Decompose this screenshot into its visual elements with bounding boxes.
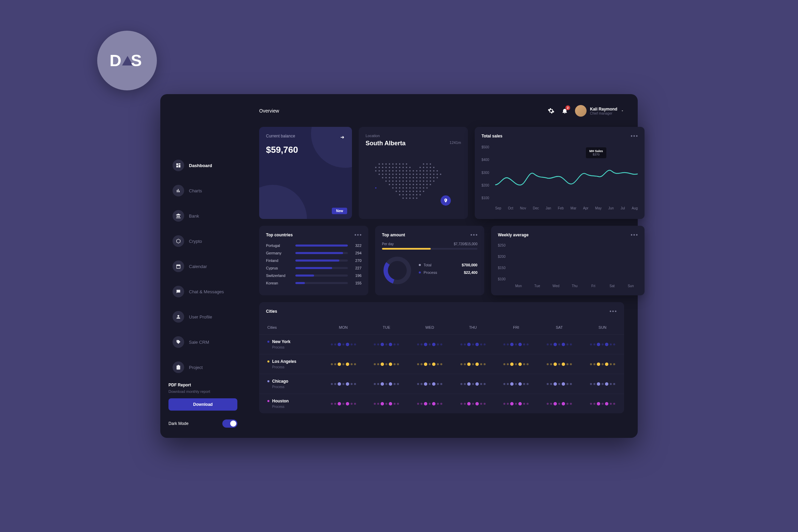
sidebar-item-crm[interactable]: Sale CRM [167, 332, 239, 352]
cube-icon [173, 235, 184, 247]
sidebar-item-label: Sale CRM [189, 340, 209, 345]
city-sub: Process [272, 405, 318, 409]
card-title: Cities [266, 309, 277, 314]
svg-point-95 [426, 180, 428, 182]
dark-mode-toggle[interactable] [222, 419, 237, 428]
sidebar-item-label: Bank [189, 213, 199, 219]
svg-point-45 [433, 170, 434, 172]
x-tick: May [595, 206, 602, 210]
svg-point-136 [416, 194, 417, 195]
svg-point-104 [409, 184, 411, 185]
svg-point-109 [426, 184, 428, 185]
sparkline-cell [538, 374, 581, 394]
sidebar-item-bank[interactable]: Bank [167, 206, 239, 226]
sparkline-cell [408, 335, 452, 354]
svg-point-120 [423, 187, 424, 189]
svg-point-129 [419, 191, 421, 192]
sales-line-chart: MH Sales $370 [495, 145, 638, 200]
country-bar [295, 275, 348, 277]
svg-point-84 [389, 180, 390, 182]
svg-point-122 [396, 191, 397, 192]
card-menu-icon[interactable]: ••• [470, 232, 478, 238]
sidebar-item-dashboard[interactable]: Dashboard [167, 156, 239, 175]
svg-point-11 [430, 163, 431, 165]
legend-process-value: $22,400 [464, 270, 477, 275]
sidebar-item-crypto[interactable]: Crypto [167, 231, 239, 251]
svg-point-88 [402, 180, 404, 182]
sidebar-item-calendar[interactable]: Calendar [167, 256, 239, 276]
svg-point-92 [416, 180, 417, 182]
svg-point-74 [409, 177, 411, 178]
table-header: TUE [365, 321, 408, 334]
country-value: 322 [351, 243, 361, 248]
svg-point-14 [382, 167, 383, 168]
svg-point-87 [399, 180, 400, 182]
y-tick: $150 [498, 266, 505, 270]
svg-point-2 [385, 163, 387, 165]
svg-point-50 [389, 174, 390, 175]
location-distance: 1241m [449, 141, 461, 145]
svg-point-66 [382, 177, 383, 178]
y-tick: $100 [498, 277, 505, 281]
country-bar [295, 260, 348, 262]
user-menu[interactable]: Kali Raymond Chief manager [575, 105, 624, 117]
svg-point-64 [437, 174, 438, 175]
card-weekly-average: Weekly average ••• $250 $200 $150 $100 M… [491, 226, 645, 295]
card-balance: Current balance ➜ $59,760 New [259, 127, 352, 219]
svg-point-126 [409, 191, 411, 192]
y-tick: $400 [482, 158, 489, 162]
svg-point-51 [392, 174, 394, 175]
svg-point-9 [423, 163, 424, 165]
card-top-amount: Top amount ••• Per day $7,720/$15,000 To… [375, 226, 484, 295]
card-menu-icon[interactable]: ••• [631, 133, 638, 139]
card-menu-icon[interactable]: ••• [609, 308, 617, 314]
download-button[interactable]: Download [168, 398, 237, 411]
svg-point-115 [406, 187, 407, 189]
card-menu-icon[interactable]: ••• [354, 232, 362, 238]
svg-point-112 [396, 187, 397, 189]
sidebar-item-charts[interactable]: Charts [167, 181, 239, 201]
settings-icon[interactable] [548, 107, 555, 114]
svg-point-90 [409, 180, 411, 182]
city-name: New York [267, 339, 318, 344]
pdf-subtitle: Download monthly report [168, 389, 237, 394]
notifications-icon[interactable]: 2 [561, 107, 568, 114]
arrow-right-icon[interactable]: ➜ [340, 134, 344, 140]
svg-point-83 [385, 180, 387, 182]
sparkline-cell [365, 374, 408, 394]
card-title: Total sales [482, 134, 638, 138]
sidebar-item-label: Dashboard [189, 163, 212, 168]
sparkline-cell [322, 374, 365, 394]
x-tick: Mar [571, 206, 576, 210]
y-tick: $300 [482, 171, 489, 175]
svg-point-89 [406, 180, 407, 182]
chart-icon [173, 185, 184, 196]
svg-point-100 [396, 184, 397, 185]
x-tick: Nov [520, 206, 526, 210]
svg-point-17 [392, 167, 394, 168]
sidebar-item-profile[interactable]: User Profile [167, 307, 239, 327]
svg-point-16 [389, 167, 390, 168]
svg-point-75 [413, 177, 414, 178]
sparkline-cell [538, 335, 581, 354]
bank-icon [173, 210, 184, 222]
cities-table: CitiesMONTUEWEDTHUFRISATSUN New YorkProc… [259, 321, 624, 413]
sparkline-cell [451, 354, 494, 374]
svg-point-93 [419, 180, 421, 182]
main-content: Overview 2 Kali Raymond Chief manager [246, 94, 638, 438]
balance-value: $59,760 [266, 145, 345, 155]
sparkline-cell [494, 335, 538, 354]
card-menu-icon[interactable]: ••• [631, 232, 638, 238]
map-pin-icon[interactable] [441, 195, 451, 206]
svg-point-96 [430, 180, 431, 182]
svg-point-128 [416, 191, 417, 192]
x-tick: Jul [621, 206, 625, 210]
sidebar-item-project[interactable]: Project [167, 357, 239, 377]
sidebar-item-chat[interactable]: Chat & Messages [167, 282, 239, 301]
y-tick: $100 [482, 196, 489, 200]
per-day-value: $7,720/$15,000 [454, 242, 477, 246]
svg-point-98 [389, 184, 390, 185]
brand-logo: DS [97, 31, 157, 90]
sparkline-cell [581, 335, 624, 354]
location-name: South Alberta [366, 140, 461, 147]
